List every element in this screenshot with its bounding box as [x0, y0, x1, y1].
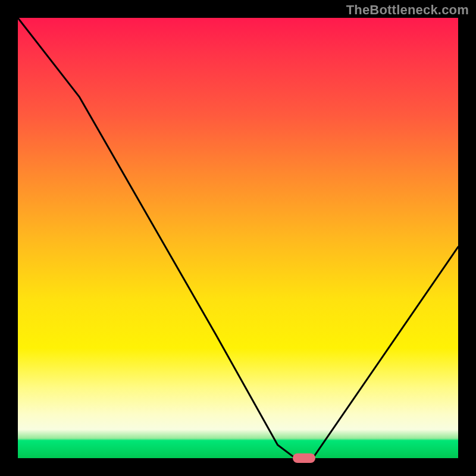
optimal-marker [293, 453, 315, 463]
watermark-text: TheBottleneck.com [346, 2, 469, 18]
chart-frame: TheBottleneck.com [0, 0, 476, 476]
bottleneck-curve [18, 18, 458, 458]
plot-area [18, 18, 458, 458]
curve-path [18, 18, 458, 458]
